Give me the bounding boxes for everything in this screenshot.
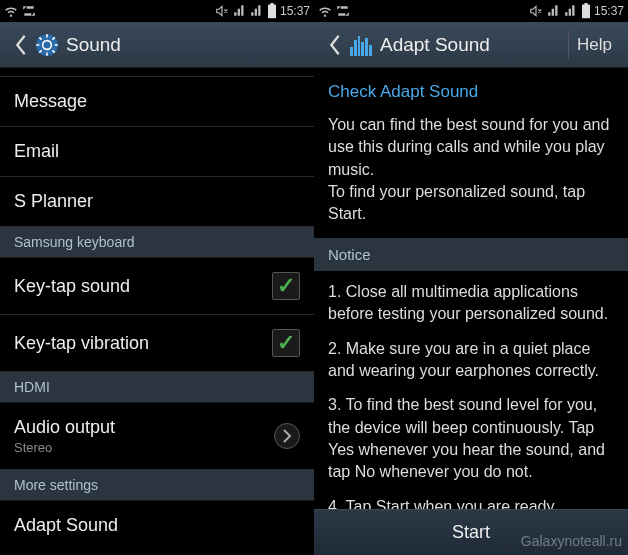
item-sublabel: Stereo bbox=[14, 440, 115, 455]
list-item-partial[interactable] bbox=[0, 68, 314, 77]
list-item-message[interactable]: Message bbox=[0, 77, 314, 127]
description-text: You can find the best sound for you and … bbox=[328, 114, 614, 226]
mute-icon bbox=[528, 4, 544, 18]
equalizer-icon bbox=[348, 32, 374, 58]
item-label: Message bbox=[14, 91, 87, 112]
status-bar: 15:37 bbox=[0, 0, 314, 22]
section-hdmi: HDMI bbox=[0, 372, 314, 403]
help-button[interactable]: Help bbox=[569, 35, 620, 55]
signal-icon bbox=[233, 4, 247, 18]
notice-2: 2. Make sure you are in a quiet place an… bbox=[328, 338, 614, 383]
sync-icon bbox=[336, 4, 350, 18]
wifi-icon bbox=[4, 4, 18, 18]
notice-1: 1. Close all multimedia applications bef… bbox=[328, 281, 614, 326]
item-main: Audio output Stereo bbox=[14, 417, 115, 455]
start-label: Start bbox=[452, 522, 490, 543]
header-adapt-sound: Adapt Sound Help bbox=[314, 22, 628, 68]
signal2-icon bbox=[250, 4, 264, 18]
checkbox-keytap-sound[interactable]: ✓ bbox=[272, 272, 300, 300]
list-item-keytap-vibration[interactable]: Key-tap vibration ✓ bbox=[0, 315, 314, 372]
back-button[interactable] bbox=[322, 34, 348, 56]
battery-icon bbox=[267, 3, 277, 19]
list-item-splanner[interactable]: S Planner bbox=[0, 177, 314, 227]
status-bar: 15:37 bbox=[314, 0, 628, 22]
section-samsung-keyboard: Samsung keyboard bbox=[0, 227, 314, 258]
item-label: Email bbox=[14, 141, 59, 162]
list-item-audio-output[interactable]: Audio output Stereo bbox=[0, 403, 314, 470]
item-label: S Planner bbox=[14, 191, 93, 212]
svg-rect-4 bbox=[582, 5, 590, 19]
status-time: 15:37 bbox=[280, 4, 310, 18]
list-item-keytap-sound[interactable]: Key-tap sound ✓ bbox=[0, 258, 314, 315]
item-label: Key-tap vibration bbox=[14, 333, 149, 354]
header-sound: Sound bbox=[0, 22, 314, 68]
list-item-adapt-sound[interactable]: Adapt Sound bbox=[0, 501, 314, 550]
notice-3: 3. To find the best sound level for you,… bbox=[328, 394, 614, 484]
status-right: 15:37 bbox=[528, 3, 624, 19]
signal-icon bbox=[547, 4, 561, 18]
header-title: Sound bbox=[66, 34, 306, 56]
check-adapt-sound-title: Check Adapt Sound bbox=[328, 80, 614, 104]
notice-4: 4. Tap Start when you are ready. bbox=[328, 496, 614, 509]
sound-settings-list[interactable]: Message Email S Planner Samsung keyboard… bbox=[0, 68, 314, 555]
svg-rect-0 bbox=[268, 5, 276, 19]
adapt-sound-content[interactable]: Check Adapt Sound You can find the best … bbox=[314, 68, 628, 509]
screen-adapt-sound: 15:37 Adapt Sound Help Check Adapt Sound… bbox=[314, 0, 628, 555]
settings-gear-icon bbox=[34, 32, 60, 58]
section-more-settings: More settings bbox=[0, 470, 314, 501]
checkmark-icon: ✓ bbox=[277, 273, 295, 299]
wifi-icon bbox=[318, 4, 332, 18]
start-button[interactable]: Start bbox=[314, 509, 628, 555]
item-label: Key-tap sound bbox=[14, 276, 130, 297]
back-button[interactable] bbox=[8, 34, 34, 56]
item-label: Adapt Sound bbox=[14, 515, 118, 536]
header-title: Adapt Sound bbox=[380, 34, 568, 56]
checkmark-icon: ✓ bbox=[277, 330, 295, 356]
checkbox-keytap-vibration[interactable]: ✓ bbox=[272, 329, 300, 357]
notice-header: Notice bbox=[314, 238, 628, 271]
status-left bbox=[318, 4, 350, 18]
screen-sound-settings: 15:37 Sound Message Email S Planner Sams… bbox=[0, 0, 314, 555]
mute-icon bbox=[214, 4, 230, 18]
svg-rect-5 bbox=[584, 3, 587, 5]
signal2-icon bbox=[564, 4, 578, 18]
sync-icon bbox=[22, 4, 36, 18]
chevron-right-icon bbox=[274, 423, 300, 449]
status-left bbox=[4, 4, 36, 18]
status-right: 15:37 bbox=[214, 3, 310, 19]
list-item-email[interactable]: Email bbox=[0, 127, 314, 177]
item-label: Audio output bbox=[14, 417, 115, 438]
battery-icon bbox=[581, 3, 591, 19]
svg-rect-1 bbox=[270, 3, 273, 5]
status-time: 15:37 bbox=[594, 4, 624, 18]
